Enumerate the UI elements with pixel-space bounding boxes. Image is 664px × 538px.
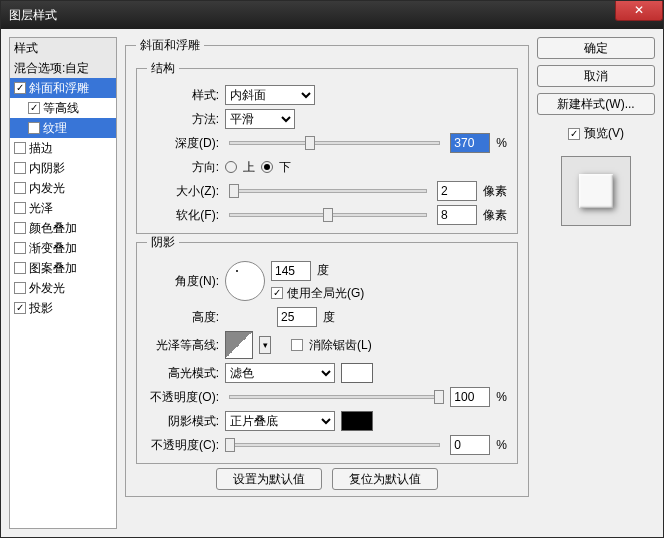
sidebar-item-label: 内发光 [29,178,65,198]
close-button[interactable]: ✕ [615,1,663,21]
sidebar-checkbox[interactable] [28,122,40,134]
altitude-input[interactable]: 25 [277,307,317,327]
soften-unit: 像素 [483,207,507,224]
hl-opacity-slider[interactable] [229,395,440,399]
size-input[interactable]: 2 [437,181,477,201]
altitude-label: 高度: [147,309,219,326]
soften-label: 软化(F): [147,207,219,224]
sidebar-item-label: 外发光 [29,278,65,298]
new-style-button[interactable]: 新建样式(W)... [537,93,655,115]
titlebar[interactable]: 图层样式 ✕ [1,1,663,29]
window-title: 图层样式 [9,7,57,24]
direction-label: 方向: [147,159,219,176]
technique-label: 方法: [147,111,219,128]
angle-label: 角度(N): [147,273,219,290]
preview-thumbnail [561,156,631,226]
sidebar-checkbox[interactable] [14,262,26,274]
main-panel: 斜面和浮雕 结构 样式: 内斜面 方法: 平滑 深度(D): 370 [125,37,529,529]
cancel-button[interactable]: 取消 [537,65,655,87]
right-buttons: 确定 取消 新建样式(W)... 预览(V) [537,37,655,529]
reset-default-button[interactable]: 复位为默认值 [332,468,438,490]
sidebar-item[interactable]: 等高线 [10,98,116,118]
sidebar-checkbox[interactable] [28,102,40,114]
preview-checkbox[interactable] [568,128,580,140]
global-light-checkbox[interactable] [271,287,283,299]
hl-opacity-label: 不透明度(O): [147,389,219,406]
sidebar-checkbox[interactable] [14,82,26,94]
sidebar-item[interactable]: 投影 [10,298,116,318]
sidebar-item[interactable]: 内阴影 [10,158,116,178]
sidebar-item[interactable]: 描边 [10,138,116,158]
sidebar-item[interactable]: 颜色叠加 [10,218,116,238]
depth-slider[interactable] [229,141,440,145]
sidebar-item-label: 图案叠加 [29,258,77,278]
hl-color-swatch[interactable] [341,363,373,383]
antialias-checkbox[interactable] [291,339,303,351]
sidebar-item-label: 内阴影 [29,158,65,178]
sidebar-item[interactable]: 图案叠加 [10,258,116,278]
sidebar-item-label: 描边 [29,138,53,158]
layer-style-dialog: 图层样式 ✕ 样式 混合选项:自定 斜面和浮雕等高线纹理描边内阴影内发光光泽颜色… [0,0,664,538]
sidebar-checkbox[interactable] [14,282,26,294]
bevel-fieldset: 斜面和浮雕 结构 样式: 内斜面 方法: 平滑 深度(D): 370 [125,37,529,497]
sh-opacity-slider[interactable] [229,443,440,447]
sh-opacity-input[interactable]: 0 [450,435,490,455]
angle-input[interactable]: 145 [271,261,311,281]
sidebar-checkbox[interactable] [14,182,26,194]
sidebar-checkbox[interactable] [14,302,26,314]
set-default-button[interactable]: 设置为默认值 [216,468,322,490]
technique-select[interactable]: 平滑 [225,109,295,129]
depth-unit: % [496,136,507,150]
sidebar-item[interactable]: 光泽 [10,198,116,218]
sidebar-item-label: 纹理 [43,118,67,138]
ok-button[interactable]: 确定 [537,37,655,59]
sidebar-item[interactable]: 斜面和浮雕 [10,78,116,98]
hl-mode-select[interactable]: 滤色 [225,363,335,383]
soften-input[interactable]: 8 [437,205,477,225]
sidebar-item[interactable]: 内发光 [10,178,116,198]
size-label: 大小(Z): [147,183,219,200]
panel-title: 斜面和浮雕 [136,37,204,54]
size-slider[interactable] [229,189,427,193]
sidebar-checkbox[interactable] [14,202,26,214]
sh-mode-select[interactable]: 正片叠底 [225,411,335,431]
hl-opacity-input[interactable]: 100 [450,387,490,407]
sidebar-checkbox[interactable] [14,142,26,154]
sidebar-checkbox[interactable] [14,162,26,174]
structure-group: 结构 样式: 内斜面 方法: 平滑 深度(D): 370 % [136,60,518,234]
shading-legend: 阴影 [147,234,179,251]
gloss-contour[interactable] [225,331,253,359]
sidebar-item-label: 渐变叠加 [29,238,77,258]
sidebar-head-styles[interactable]: 样式 [10,38,116,58]
direction-down-radio[interactable] [261,161,273,173]
size-unit: 像素 [483,183,507,200]
shading-group: 阴影 角度(N): 145 度 使用全局光(G) [136,234,518,464]
angle-dial[interactable] [225,261,265,301]
direction-up-radio[interactable] [225,161,237,173]
sidebar-item[interactable]: 外发光 [10,278,116,298]
sidebar-item-label: 等高线 [43,98,79,118]
depth-input[interactable]: 370 [450,133,490,153]
sidebar-item[interactable]: 渐变叠加 [10,238,116,258]
soften-slider[interactable] [229,213,427,217]
hl-mode-label: 高光模式: [147,365,219,382]
sh-opacity-label: 不透明度(C): [147,437,219,454]
sidebar-checkbox[interactable] [14,242,26,254]
sidebar-item-label: 斜面和浮雕 [29,78,89,98]
sidebar-item[interactable]: 纹理 [10,118,116,138]
style-list: 样式 混合选项:自定 斜面和浮雕等高线纹理描边内阴影内发光光泽颜色叠加渐变叠加图… [9,37,117,529]
style-select[interactable]: 内斜面 [225,85,315,105]
sidebar-item-label: 颜色叠加 [29,218,77,238]
preview-label: 预览(V) [584,125,624,142]
sidebar-item-label: 光泽 [29,198,53,218]
sidebar-checkbox[interactable] [14,222,26,234]
sh-color-swatch[interactable] [341,411,373,431]
sidebar-item-label: 投影 [29,298,53,318]
sidebar-head-blend[interactable]: 混合选项:自定 [10,58,116,78]
style-label: 样式: [147,87,219,104]
gloss-label: 光泽等高线: [147,337,219,354]
gloss-dropdown[interactable]: ▾ [259,336,271,354]
structure-legend: 结构 [147,60,179,77]
sh-mode-label: 阴影模式: [147,413,219,430]
depth-label: 深度(D): [147,135,219,152]
